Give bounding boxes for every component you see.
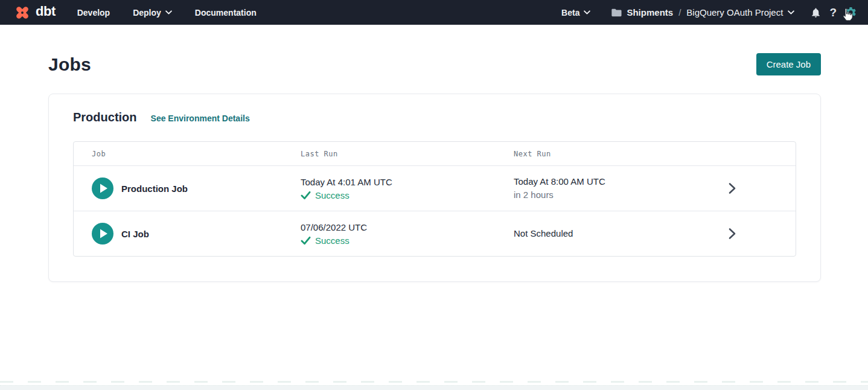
breadcrumb: Shipments / BigQuery OAuth Project — [611, 7, 794, 18]
nav-item-develop[interactable]: Develop — [77, 8, 110, 18]
nav-item-deploy[interactable]: Deploy — [133, 8, 172, 18]
column-header-next-run: Next Run — [514, 150, 727, 158]
environment-name: Production — [73, 110, 137, 124]
page-title: Jobs — [48, 54, 91, 75]
dbt-logo-text: dbt — [36, 5, 56, 20]
nav-item-documentation-label: Documentation — [195, 8, 257, 18]
nav-right: Beta Shipments / BigQuery OAuth Project — [561, 6, 857, 19]
status-line: Success — [301, 190, 514, 200]
table-row[interactable]: CI Job 07/06/2022 UTC Success Not Schedu… — [74, 211, 796, 256]
next-run-time: Not Scheduled — [514, 228, 727, 240]
dbt-logo-icon — [13, 4, 31, 22]
table-row[interactable]: Production Job Today At 4:01 AM UTC Succ… — [74, 165, 796, 211]
nav-links: Develop Deploy Documentation — [77, 8, 257, 18]
column-header-last-run: Last Run — [301, 150, 514, 158]
bottom-dashed-divider — [0, 381, 868, 383]
page-header: Jobs Create Job — [48, 53, 821, 75]
status-line: Success — [301, 235, 514, 246]
breadcrumb-account[interactable]: Shipments — [627, 7, 673, 18]
job-name[interactable]: Production Job — [121, 184, 188, 194]
job-cell: CI Job — [92, 223, 301, 245]
last-run-cell: Today At 4:01 AM UTC Success — [301, 176, 514, 200]
create-job-button[interactable]: Create Job — [756, 53, 821, 75]
status-badge: Success — [315, 235, 349, 246]
see-environment-details-link[interactable]: See Environment Details — [151, 113, 250, 123]
nav-item-develop-label: Develop — [77, 8, 110, 18]
nav-item-deploy-label: Deploy — [133, 8, 161, 18]
environment-header: Production See Environment Details — [73, 110, 796, 124]
status-badge: Success — [315, 190, 349, 200]
notifications-bell-icon[interactable] — [810, 7, 822, 19]
next-run-time: Today At 8:00 AM UTC — [514, 176, 727, 188]
environment-card: Production See Environment Details Job L… — [48, 94, 821, 282]
top-nav: dbt Develop Deploy Documentation Beta — [0, 0, 868, 25]
nav-icon-group: ? — [810, 6, 857, 19]
success-check-icon — [301, 236, 311, 245]
table-header-row: Job Last Run Next Run — [74, 142, 796, 165]
chevron-down-icon[interactable] — [788, 10, 794, 14]
success-check-icon — [301, 191, 311, 200]
last-run-time: 07/06/2022 UTC — [301, 222, 514, 234]
dbt-logo[interactable]: dbt — [13, 4, 56, 22]
beta-label: Beta — [561, 8, 579, 18]
next-run-cell: Not Scheduled — [514, 228, 727, 240]
chevron-down-icon — [165, 10, 172, 14]
row-chevron-right-icon[interactable] — [727, 226, 737, 241]
jobs-table: Job Last Run Next Run Production Job — [73, 141, 796, 257]
job-cell: Production Job — [92, 177, 301, 199]
run-job-play-icon[interactable] — [92, 177, 113, 199]
breadcrumb-project[interactable]: BigQuery OAuth Project — [686, 7, 783, 18]
beta-dropdown[interactable]: Beta — [561, 8, 590, 18]
run-job-play-icon[interactable] — [92, 223, 113, 245]
help-icon[interactable]: ? — [829, 7, 837, 18]
column-header-job: Job — [92, 150, 301, 158]
nav-item-documentation[interactable]: Documentation — [195, 8, 257, 18]
main-content: Jobs Create Job Production See Environme… — [48, 53, 821, 282]
breadcrumb-separator: / — [678, 7, 681, 18]
last-run-cell: 07/06/2022 UTC Success — [301, 222, 514, 246]
next-run-note: in 2 hours — [514, 189, 727, 201]
folder-icon — [611, 8, 622, 17]
row-chevron-right-icon[interactable] — [727, 181, 737, 196]
help-glyph: ? — [829, 7, 837, 18]
bottom-footer-strip — [0, 385, 868, 390]
last-run-time: Today At 4:01 AM UTC — [301, 176, 514, 188]
settings-gear-icon[interactable] — [844, 6, 857, 19]
chevron-down-icon — [584, 10, 590, 14]
next-run-cell: Today At 8:00 AM UTC in 2 hours — [514, 176, 727, 202]
job-name[interactable]: CI Job — [121, 229, 149, 239]
